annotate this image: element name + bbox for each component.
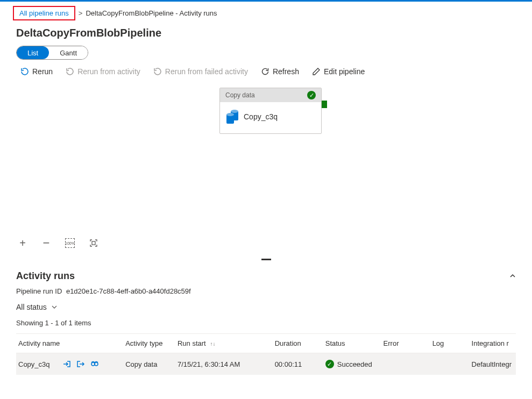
breadcrumb-separator: > [79,9,83,17]
cell-activity-name: Copy_c3q [18,360,57,368]
cell-integration: DefaultIntegr [472,353,516,375]
input-icon[interactable] [62,360,71,368]
cell-activity-type: Copy data [125,353,178,375]
copy-data-icon [226,110,238,124]
sort-icon: ↑↓ [209,341,216,347]
activity-card-name: Copy_c3q [244,112,278,121]
refresh-button[interactable]: Refresh [261,67,299,76]
activity-card-body: Copy_c3q [220,102,321,133]
rerun-button[interactable]: Rerun [20,67,53,76]
fit-screen-button[interactable] [89,238,98,248]
success-icon: ✓ [307,91,316,99]
panel-resize-handle[interactable] [0,253,532,262]
cell-duration: 00:00:11 [275,353,325,375]
table-row[interactable]: Copy_c3q Copy data 7/15/21, 6:30:14 AM 0… [16,353,516,375]
activity-card-header: Copy data ✓ [220,88,321,102]
output-icon[interactable] [76,360,85,368]
col-duration[interactable]: Duration [275,334,325,353]
breadcrumb-current: DeltaCopyFromBlobPipeline - Activity run… [86,9,217,17]
refresh-icon [261,67,269,76]
page-title: DeltaCopyFromBlobPipeline [0,24,532,46]
zoom-reset-button[interactable]: 100% [65,238,75,248]
activity-card[interactable]: Copy data ✓ Copy_c3q [219,88,322,134]
rerun-icon [20,67,29,76]
svg-point-1 [91,362,95,366]
pipeline-run-id: Pipeline run ID e1d20e1c-7c88-4eff-a6b0-… [0,285,532,303]
toolbar: Rerun Rerun from activity Rerun from fai… [0,67,532,82]
col-integration[interactable]: Integration r [472,334,516,353]
col-log[interactable]: Log [432,334,472,353]
breadcrumb-all-runs[interactable]: All pipeline runs [19,9,69,17]
view-list-button[interactable]: List [17,46,49,59]
col-activity-name[interactable]: Activity name [16,334,125,353]
cell-status: Succeeded [337,360,372,368]
zoom-controls: + − 100% [0,238,532,248]
view-gantt-button[interactable]: Gantt [49,46,88,59]
breadcrumb: All pipeline runs > DeltaCopyFromBlobPip… [0,2,532,24]
status-filter-dropdown[interactable]: All status [16,303,58,311]
col-activity-type[interactable]: Activity type [125,334,178,353]
zoom-in-button[interactable]: + [18,238,27,248]
activity-card-type: Copy data [225,91,255,99]
edit-pipeline-button[interactable]: Edit pipeline [312,67,365,76]
col-error[interactable]: Error [384,334,432,353]
pipeline-canvas[interactable]: Copy data ✓ Copy_c3q [16,82,516,238]
details-icon[interactable] [90,360,99,368]
status-success-icon: ✓ [325,360,334,368]
svg-point-2 [95,362,98,366]
col-run-start[interactable]: Run start ↑↓ [178,334,275,353]
cell-run-start: 7/15/21, 6:30:14 AM [178,353,275,375]
activity-runs-table: Activity name Activity type Run start ↑↓… [16,333,516,375]
connector-output-icon [322,101,327,108]
cell-log [432,353,472,375]
activity-runs-heading: Activity runs [16,270,75,282]
rerun-activity-icon [66,67,74,76]
showing-count-text: Showing 1 - 1 of 1 items [0,319,532,333]
view-toggle: List Gantt [16,46,88,60]
svg-rect-0 [92,241,95,245]
rerun-from-activity-button: Rerun from activity [66,67,140,76]
rerun-from-failed-button: Rerun from failed activity [153,67,248,76]
col-status[interactable]: Status [325,334,384,353]
cell-error [384,353,432,375]
collapse-button[interactable] [509,272,516,281]
edit-icon [312,67,321,76]
zoom-out-button[interactable]: − [41,238,51,248]
rerun-failed-icon [153,67,162,76]
